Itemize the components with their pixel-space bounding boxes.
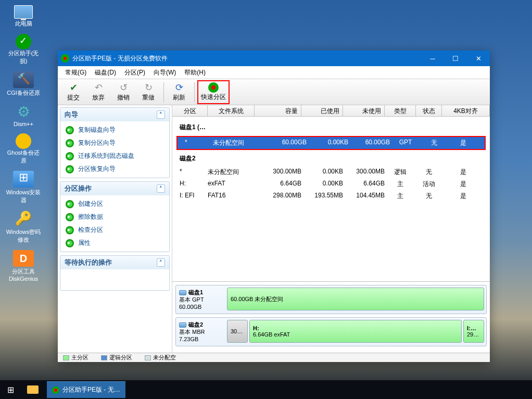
icon-label: Ghost备份还原 [5,149,42,165]
wizard-recover[interactable]: 分区恢复向导 [61,163,168,176]
col-size[interactable]: 容量 [255,105,301,116]
toolbar-redo[interactable]: ↻重做 [136,80,161,104]
close-button[interactable]: ✕ [467,51,490,66]
col-type[interactable]: 类型 [385,105,416,116]
wizard-copy-partition[interactable]: 复制分区向导 [61,136,168,149]
menu-wizard[interactable]: 向导(W) [149,67,180,79]
panel-operations: 分区操作˄ 创建分区 擦除数据 检查分区 属性 [60,181,170,252]
disk-map: 磁盘1 基本 GPT 60.00GB 60.00GB 未分配空间 磁盘2 基本 … [172,281,490,353]
disk-icon [179,290,186,295]
toolbar-undo[interactable]: ↺撤销 [111,80,136,104]
icon-label: Dism++ [5,121,42,127]
column-headers: 分区 文件系统 容量 已使用 未使用 类型 状态 4KB对齐 [172,105,490,117]
panel-wizard-header[interactable]: 向导˄ [60,108,169,121]
unalloc-swatch [145,355,151,360]
op-icon [66,239,74,247]
menu-partition[interactable]: 分区(P) [120,67,149,79]
app-icon [61,54,69,63]
op-props[interactable]: 属性 [61,236,168,250]
disk-meta: 磁盘1 基本 GPT 60.00GB [178,288,225,311]
table-row[interactable]: * 未分配空间 60.00GB 0.00KB 60.00GB GPT 无 是 [178,137,485,149]
left-sidebar: 向导˄ 复制磁盘向导 复制分区向导 迁移系统到固态磁盘 分区恢复向导 分区操作˄… [58,105,172,353]
menu-help[interactable]: 帮助(H) [180,67,210,79]
disk2-label[interactable]: 磁盘2 [172,151,490,166]
disk-meta: 磁盘2 基本 MBR 7.23GB [178,320,225,344]
col-free[interactable]: 未使用 [343,105,385,116]
partition-bar[interactable]: 60.00GB 未分配空间 [227,288,484,310]
menu-general[interactable]: 常规(G) [61,67,91,79]
icon-label: CGI备份还原 [5,89,42,97]
menu-disk[interactable]: 磁盘(D) [91,67,120,79]
op-icon [66,226,74,234]
toolbar-quick-partition[interactable]: 快速分区 [197,80,230,104]
taskbar-explorer[interactable] [21,381,45,398]
icon-label: Windows密码修改 [5,228,42,244]
desktop-icon-ghost[interactable]: Ghost备份还原 [5,133,42,165]
col-fs[interactable]: 文件系统 [208,105,255,116]
col-partition[interactable]: 分区 [172,105,208,116]
legend: 主分区 逻辑分区 未分配空 [58,353,490,362]
minimize-button[interactable]: ─ [421,51,444,66]
primary-swatch [63,355,69,360]
table-row[interactable]: I: EFIFAT16298.00MB193.55MB104.45MB主无是 [172,190,490,202]
window-title: 分区助手PE版 - 无损分区免费软件 [72,54,168,63]
partition-bar[interactable]: 30… [227,320,248,343]
icon-label: 此电脑 [5,20,42,28]
toolbar: ✔提交 ↶放弃 ↺撤销 ↻重做 ⟳刷新 快速分区 [58,79,490,105]
icon-label: 分区工具DiskGenius [5,268,42,282]
taskbar: ⊞ 分区助手PE版 - 无… [0,380,532,399]
icon-label: Windows安装器 [5,189,42,204]
desktop-icons: 此电脑 分区助手(无损) CGI备份还原 Dism++ Ghost备份还原 Wi… [5,5,42,282]
icon-label: 分区助手(无损) [5,49,42,65]
wizard-copy-disk[interactable]: 复制磁盘向导 [61,123,168,136]
partition-bar[interactable]: I:…29… [463,320,484,343]
disk1-label[interactable]: 磁盘1 (… [172,120,490,135]
desktop-icon-winpass[interactable]: Windows密码修改 [5,210,42,244]
panel-ops-header[interactable]: 分区操作˄ [60,182,169,195]
op-wipe[interactable]: 擦除数据 [61,210,168,223]
app-icon [52,386,59,394]
wizard-migrate-ssd[interactable]: 迁移系统到固态磁盘 [61,149,168,163]
toolbar-discard[interactable]: ↶放弃 [86,80,111,104]
start-button[interactable]: ⊞ [0,380,21,399]
folder-icon [27,385,39,394]
diskmap-disk2[interactable]: 磁盘2 基本 MBR 7.23GB 30… H:6.64GB exFAT I:…… [175,317,487,346]
op-check[interactable]: 检查分区 [61,223,168,236]
chevron-up-icon[interactable]: ˄ [157,110,165,119]
desktop-icon-thispc[interactable]: 此电脑 [5,5,42,28]
taskbar-active-app[interactable]: 分区助手PE版 - 无… [47,381,125,398]
op-icon [66,200,74,208]
chevron-up-icon[interactable]: ˄ [157,184,165,193]
diskmap-disk1[interactable]: 磁盘1 基本 GPT 60.00GB 60.00GB 未分配空间 [175,285,487,314]
col-align[interactable]: 4KB对齐 [442,105,490,116]
logical-swatch [101,355,107,360]
wizard-icon [66,139,74,147]
desktop-icon-partition-assistant[interactable]: 分区助手(无损) [5,34,42,65]
panel-pending-header[interactable]: 等待执行的操作˄ [60,256,169,269]
wizard-icon [66,126,74,134]
menubar: 常规(G) 磁盘(D) 分区(P) 向导(W) 帮助(H) [58,66,490,79]
chevron-up-icon[interactable]: ˄ [157,258,165,267]
toolbar-refresh[interactable]: ⟳刷新 [167,80,192,104]
wizard-icon [66,152,74,160]
panel-wizard: 向导˄ 复制磁盘向导 复制分区向导 迁移系统到固态磁盘 分区恢复向导 [60,107,170,178]
partition-bar[interactable]: H:6.64GB exFAT [249,320,462,343]
panel-pending: 等待执行的操作˄ [60,255,170,291]
partition-list: 磁盘1 (… * 未分配空间 60.00GB 0.00KB 60.00GB GP… [172,117,490,281]
maximize-button[interactable]: ☐ [444,51,467,66]
titlebar[interactable]: 分区助手PE版 - 无损分区免费软件 ─ ☐ ✕ [58,51,490,66]
desktop-icon-winsetup[interactable]: Windows安装器 [5,171,42,204]
wizard-icon [66,165,74,173]
col-used[interactable]: 已使用 [301,105,343,116]
desktop-icon-diskgenius[interactable]: 分区工具DiskGenius [5,250,42,282]
highlight-box: * 未分配空间 60.00GB 0.00KB 60.00GB GPT 无 是 [176,136,486,150]
op-create[interactable]: 创建分区 [61,197,168,210]
col-status[interactable]: 状态 [416,105,442,116]
table-row[interactable]: H:exFAT6.64GB0.00KB6.64GB主活动是 [172,178,490,190]
desktop-icon-dism[interactable]: Dism++ [5,103,42,127]
table-row[interactable]: *未分配空间300.00MB0.00KB300.00MB逻辑无是 [172,166,490,178]
desktop-icon-cgi[interactable]: CGI备份还原 [5,71,42,97]
toolbar-commit[interactable]: ✔提交 [61,80,86,104]
disk-icon [179,322,186,328]
op-icon [66,213,74,221]
